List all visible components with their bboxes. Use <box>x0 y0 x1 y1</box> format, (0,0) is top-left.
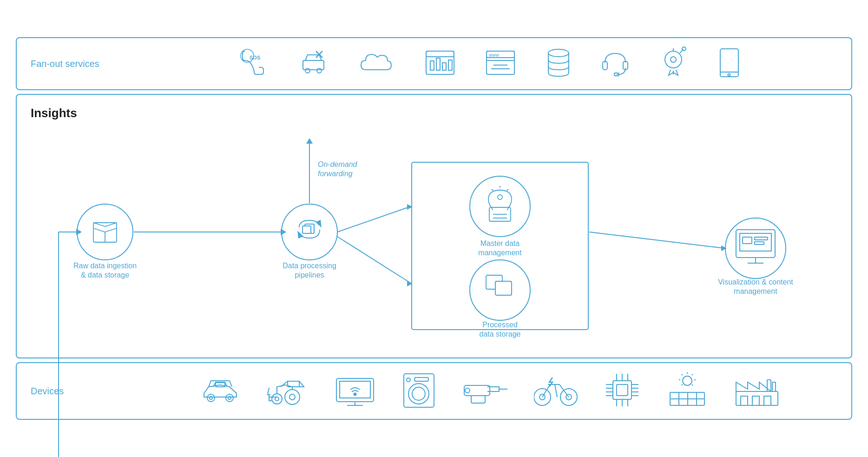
svg-rect-8 <box>426 51 454 57</box>
svg-rect-95 <box>404 374 434 407</box>
svg-rect-108 <box>617 384 628 396</box>
svg-marker-66 <box>306 138 313 144</box>
www-icon: www <box>484 49 517 79</box>
svg-point-94 <box>354 393 356 396</box>
svg-point-51 <box>725 218 786 278</box>
svg-point-87 <box>272 394 282 404</box>
svg-point-102 <box>465 388 470 393</box>
tractor-icon <box>267 374 309 408</box>
svg-text:management: management <box>478 249 522 257</box>
svg-rect-141 <box>772 382 776 391</box>
svg-point-86 <box>289 394 295 400</box>
database-icon <box>545 46 572 81</box>
fan-out-icons: SOS <box>142 46 837 81</box>
fan-out-section: Fan-out services SOS <box>16 37 852 90</box>
svg-rect-101 <box>471 396 485 403</box>
diagram-wrapper: Fan-out services SOS <box>16 37 852 420</box>
svg-rect-100 <box>464 385 490 396</box>
svg-rect-10 <box>436 58 440 70</box>
svg-rect-99 <box>414 378 428 381</box>
headset-icon <box>600 46 631 81</box>
svg-rect-136 <box>736 391 778 405</box>
solar-panel-icon <box>666 371 708 411</box>
svg-point-39 <box>470 176 530 237</box>
svg-point-82 <box>210 397 212 399</box>
svg-point-4 <box>317 68 322 73</box>
svg-text:Processed: Processed <box>482 321 518 329</box>
svg-point-96 <box>408 384 429 404</box>
car-icon <box>199 374 241 408</box>
svg-rect-12 <box>448 60 452 70</box>
washing-machine-icon <box>401 371 436 411</box>
svg-line-61 <box>337 237 411 283</box>
fan-out-label: Fan-out services <box>31 59 124 69</box>
devices-icons <box>142 371 837 411</box>
svg-rect-137 <box>741 396 748 405</box>
svg-rect-11 <box>442 63 446 70</box>
svg-text:Raw data ingestion: Raw data ingestion <box>73 262 137 270</box>
svg-text:www: www <box>488 53 499 58</box>
svg-point-98 <box>407 378 410 382</box>
svg-text:On-demand: On-demand <box>318 160 358 168</box>
e-bike-icon <box>534 373 578 410</box>
svg-text:pipelines: pipelines <box>295 271 324 279</box>
svg-rect-33 <box>302 226 311 233</box>
tv-icon <box>334 374 376 408</box>
factory-icon <box>734 373 780 410</box>
svg-rect-139 <box>764 396 771 405</box>
devices-label: Devices <box>31 386 124 397</box>
flow-connectors: On-demand forwarding Raw data ingestion … <box>31 130 837 344</box>
svg-text:data storage: data storage <box>480 330 521 338</box>
svg-point-83 <box>228 397 231 399</box>
svg-point-80 <box>207 394 215 402</box>
chip-icon <box>604 371 641 411</box>
svg-line-127 <box>692 384 693 385</box>
svg-text:management: management <box>734 287 777 295</box>
svg-point-81 <box>226 394 233 402</box>
svg-point-97 <box>412 387 425 400</box>
devices-section: Devices <box>16 362 852 420</box>
svg-line-63 <box>589 232 725 248</box>
svg-text:forwarding: forwarding <box>318 170 353 178</box>
car-service-icon <box>298 46 331 81</box>
insights-title: Insights <box>31 106 837 120</box>
dashboard-icon <box>424 49 456 79</box>
navigation-icon <box>658 46 689 81</box>
svg-line-128 <box>682 374 683 375</box>
drill-icon <box>462 374 508 408</box>
svg-point-23 <box>665 51 682 68</box>
svg-text:Data processing: Data processing <box>283 262 336 270</box>
sos-phone-icon: SOS <box>238 46 270 81</box>
svg-line-130 <box>682 384 683 385</box>
svg-point-19 <box>548 49 569 57</box>
svg-point-24 <box>671 57 676 62</box>
insights-section: Insights <box>16 94 852 358</box>
svg-rect-107 <box>613 381 631 399</box>
svg-line-59 <box>337 206 411 232</box>
svg-text:SOS: SOS <box>250 55 260 60</box>
tablet-icon <box>717 46 742 81</box>
svg-point-28 <box>728 74 730 76</box>
svg-point-123 <box>683 376 692 385</box>
svg-rect-138 <box>752 396 759 405</box>
cloud-icon <box>359 49 396 79</box>
svg-point-25 <box>682 47 686 51</box>
svg-rect-9 <box>430 61 434 70</box>
svg-text:Visualization & content: Visualization & content <box>718 278 793 286</box>
svg-line-125 <box>692 374 693 375</box>
svg-text:& data storage: & data storage <box>81 271 129 279</box>
svg-text:Master data: Master data <box>480 239 520 247</box>
svg-point-88 <box>275 397 279 401</box>
svg-point-85 <box>285 390 300 404</box>
svg-point-3 <box>305 68 310 73</box>
svg-rect-49 <box>495 281 512 295</box>
